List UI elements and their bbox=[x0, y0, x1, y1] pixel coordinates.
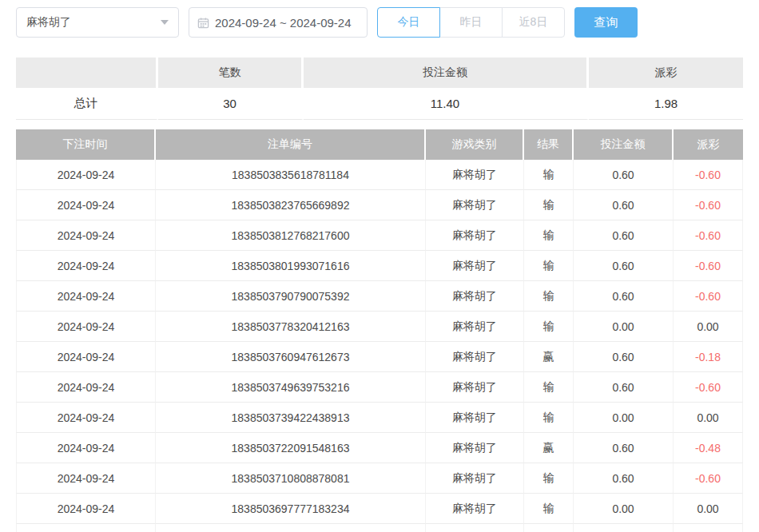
payout-cell: -0.60 bbox=[674, 463, 743, 494]
bet-id-cell: 1838503778320412163 bbox=[156, 312, 426, 342]
game-type-cell: 麻将胡了 bbox=[426, 403, 524, 433]
payout-cell: 0.00 bbox=[674, 312, 743, 342]
yesterday-button[interactable]: 昨日 bbox=[439, 7, 503, 38]
result-cell: 输 bbox=[524, 372, 574, 403]
table-row: 2024-09-24 1838503778320412163 麻将胡了 输 0.… bbox=[16, 312, 743, 342]
result-cell: 输 bbox=[524, 403, 574, 433]
bet-id-cell: 1838503749639753216 bbox=[156, 372, 426, 403]
header-game-type: 游戏类别 bbox=[426, 129, 524, 160]
bet-records-table: 下注时间 注单编号 游戏类别 结果 投注金额 派彩 2024-09-24 183… bbox=[16, 129, 743, 532]
table-row: 2024-09-24 麻将胡了 赢 bbox=[16, 524, 743, 532]
summary-header-row: 笔数 投注金额 派彩 bbox=[16, 58, 743, 88]
game-select[interactable]: 麻将胡了 bbox=[16, 7, 179, 38]
bet-id-cell: 1838503812768217600 bbox=[156, 220, 426, 251]
bet-id-cell: 1838503739422438913 bbox=[156, 403, 426, 433]
game-type-cell: 麻将胡了 bbox=[426, 312, 524, 342]
result-cell: 输 bbox=[524, 160, 574, 190]
payout-cell: -0.60 bbox=[674, 190, 743, 220]
date-range-input[interactable]: 2024-09-24 ~ 2024-09-24 bbox=[189, 7, 368, 38]
result-cell: 输 bbox=[524, 251, 574, 281]
bet-id-cell: 1838503835618781184 bbox=[156, 160, 426, 190]
summary-total-bet-amount: 11.40 bbox=[304, 88, 589, 120]
payout-cell: -0.60 bbox=[674, 251, 743, 281]
result-cell: 输 bbox=[524, 463, 574, 494]
summary-header-count: 笔数 bbox=[158, 58, 304, 88]
header-bet-time: 下注时间 bbox=[16, 129, 156, 160]
bet-id-cell: 1838503697777183234 bbox=[156, 494, 426, 524]
table-row: 2024-09-24 1838503749639753216 麻将胡了 输 0.… bbox=[16, 372, 743, 403]
summary-total-payout: 1.98 bbox=[589, 88, 743, 120]
bet-amount-cell: 0.60 bbox=[574, 342, 674, 372]
bet-amount-cell: 0.60 bbox=[574, 372, 674, 403]
header-result: 结果 bbox=[524, 129, 574, 160]
table-row: 2024-09-24 1838503697777183234 麻将胡了 输 0.… bbox=[16, 494, 743, 524]
summary-total-count: 30 bbox=[158, 88, 304, 120]
bet-id-cell bbox=[156, 524, 426, 532]
table-row: 2024-09-24 1838503760947612673 麻将胡了 赢 0.… bbox=[16, 342, 743, 372]
result-cell: 输 bbox=[524, 220, 574, 251]
payout-cell: 0.00 bbox=[674, 494, 743, 524]
payout-cell: -0.60 bbox=[674, 281, 743, 312]
summary-table: 笔数 投注金额 派彩 总计 30 11.40 1.98 bbox=[16, 58, 743, 120]
bet-amount-cell: 0.60 bbox=[574, 220, 674, 251]
bet-amount-cell: 0.00 bbox=[574, 312, 674, 342]
game-type-cell: 麻将胡了 bbox=[426, 433, 524, 463]
bet-table-header-row: 下注时间 注单编号 游戏类别 结果 投注金额 派彩 bbox=[16, 129, 743, 160]
bet-time-cell: 2024-09-24 bbox=[16, 220, 156, 251]
bet-id-cell: 1838503801993071616 bbox=[156, 251, 426, 281]
header-payout: 派彩 bbox=[674, 129, 743, 160]
bet-amount-cell: 0.60 bbox=[574, 463, 674, 494]
table-row: 2024-09-24 1838503739422438913 麻将胡了 输 0.… bbox=[16, 403, 743, 433]
bet-time-cell: 2024-09-24 bbox=[16, 281, 156, 312]
bet-id-cell: 1838503790790075392 bbox=[156, 281, 426, 312]
bet-time-cell: 2024-09-24 bbox=[16, 372, 156, 403]
bet-time-cell: 2024-09-24 bbox=[16, 494, 156, 524]
game-type-cell: 麻将胡了 bbox=[426, 494, 524, 524]
game-type-cell: 麻将胡了 bbox=[426, 160, 524, 190]
game-type-cell: 麻将胡了 bbox=[426, 281, 524, 312]
date-range-value: 2024-09-24 ~ 2024-09-24 bbox=[215, 16, 352, 30]
bet-time-cell: 2024-09-24 bbox=[16, 312, 156, 342]
payout-cell: 0.00 bbox=[674, 403, 743, 433]
bet-id-cell: 1838503823765669892 bbox=[156, 190, 426, 220]
query-button[interactable]: 查询 bbox=[574, 7, 638, 38]
bet-amount-cell: 0.60 bbox=[574, 433, 674, 463]
bet-time-cell: 2024-09-24 bbox=[16, 403, 156, 433]
bet-amount-cell: 0.00 bbox=[574, 494, 674, 524]
calendar-icon bbox=[197, 17, 209, 29]
result-cell: 输 bbox=[524, 281, 574, 312]
result-cell: 赢 bbox=[524, 433, 574, 463]
game-type-cell: 麻将胡了 bbox=[426, 524, 524, 532]
header-bet-amount: 投注金额 bbox=[574, 129, 674, 160]
game-type-cell: 麻将胡了 bbox=[426, 190, 524, 220]
bet-id-cell: 1838503722091548163 bbox=[156, 433, 426, 463]
game-type-cell: 麻将胡了 bbox=[426, 342, 524, 372]
bet-time-cell: 2024-09-24 bbox=[16, 433, 156, 463]
filter-toolbar: 麻将胡了 2024-09-24 ~ 2024-09-24 今日 昨日 近8日 查… bbox=[0, 0, 759, 40]
bet-amount-cell bbox=[574, 524, 674, 532]
payout-cell: -0.60 bbox=[674, 372, 743, 403]
game-type-cell: 麻将胡了 bbox=[426, 372, 524, 403]
bet-time-cell: 2024-09-24 bbox=[16, 190, 156, 220]
summary-header-empty bbox=[16, 58, 158, 88]
table-row: 2024-09-24 1838503790790075392 麻将胡了 输 0.… bbox=[16, 281, 743, 312]
table-row: 2024-09-24 1838503722091548163 麻将胡了 赢 0.… bbox=[16, 433, 743, 463]
bet-time-cell: 2024-09-24 bbox=[16, 251, 156, 281]
summary-total-label: 总计 bbox=[16, 88, 158, 120]
result-cell: 输 bbox=[524, 312, 574, 342]
bet-time-cell: 2024-09-24 bbox=[16, 342, 156, 372]
payout-cell: -0.60 bbox=[674, 160, 743, 190]
bet-id-cell: 1838503760947612673 bbox=[156, 342, 426, 372]
today-button[interactable]: 今日 bbox=[377, 7, 440, 38]
bet-time-cell: 2024-09-24 bbox=[16, 463, 156, 494]
last-8-days-button[interactable]: 近8日 bbox=[502, 7, 565, 38]
table-row: 2024-09-24 1838503710808878081 麻将胡了 输 0.… bbox=[16, 463, 743, 494]
result-cell: 赢 bbox=[524, 342, 574, 372]
bet-time-cell: 2024-09-24 bbox=[16, 160, 156, 190]
bet-amount-cell: 0.60 bbox=[574, 251, 674, 281]
game-select-value: 麻将胡了 bbox=[26, 15, 71, 30]
payout-cell: -0.60 bbox=[674, 220, 743, 251]
table-row: 2024-09-24 1838503823765669892 麻将胡了 输 0.… bbox=[16, 190, 743, 220]
bet-amount-cell: 0.00 bbox=[574, 403, 674, 433]
bet-table-body: 2024-09-24 1838503835618781184 麻将胡了 输 0.… bbox=[16, 160, 743, 532]
